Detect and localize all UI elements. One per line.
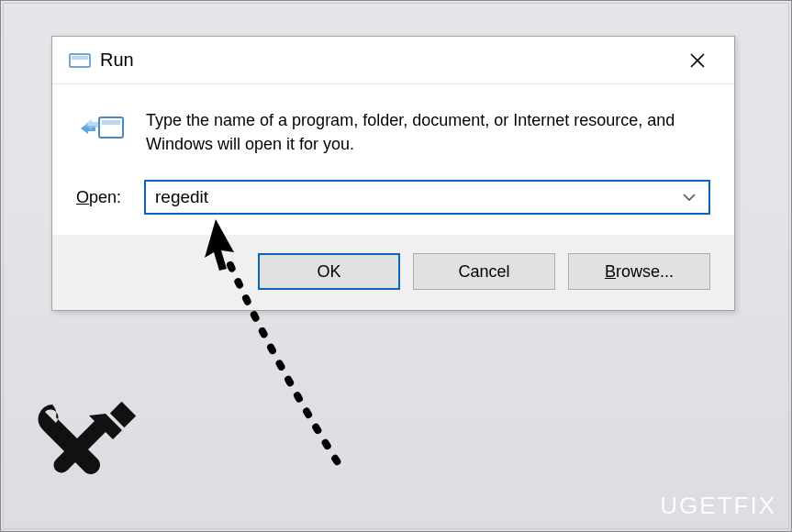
run-dialog: Run Type the name of a program, folder, … [51,36,735,311]
run-title-icon [69,50,91,71]
titlebar[interactable]: Run [52,37,734,84]
svg-rect-5 [102,120,120,125]
open-input[interactable] [155,187,677,207]
cancel-button[interactable]: Cancel [413,253,555,290]
run-icon [76,108,129,149]
browse-label: Browse... [605,262,674,282]
dialog-title: Run [100,50,670,71]
tools-icon [21,390,140,509]
watermark: UGETFIX [660,492,776,520]
open-combobox[interactable] [144,180,710,215]
ok-label: OK [317,262,340,282]
close-button[interactable] [670,37,725,83]
close-icon [689,52,706,69]
prompt-text: Type the name of a program, folder, docu… [146,108,710,156]
browse-button[interactable]: Browse... [568,253,710,290]
dialog-body: Type the name of a program, folder, docu… [52,84,734,235]
open-label: Open: [76,188,129,207]
cancel-label: Cancel [458,262,509,282]
ok-button[interactable]: OK [258,253,400,290]
svg-rect-6 [110,402,136,427]
prompt-row: Type the name of a program, folder, docu… [76,108,710,156]
open-row: Open: [76,180,710,215]
button-bar: OK Cancel Browse... [52,235,734,310]
svg-rect-1 [72,56,88,60]
chevron-down-icon[interactable] [677,190,701,205]
